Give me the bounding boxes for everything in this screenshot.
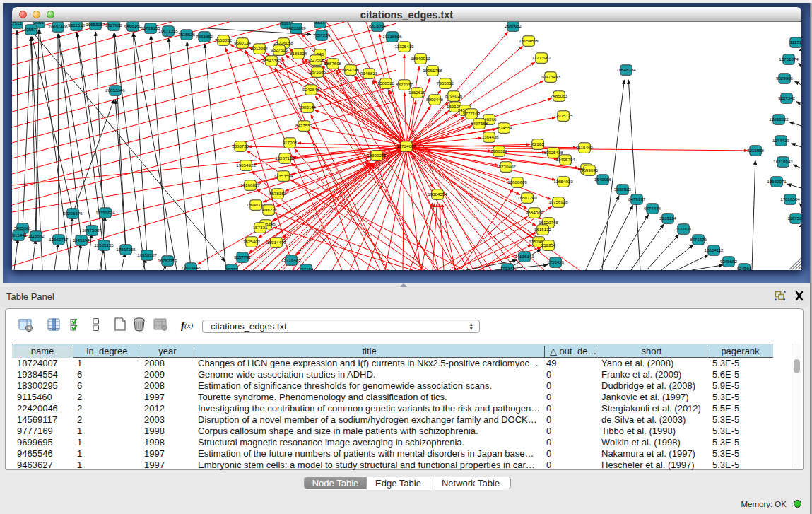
svg-text:6497568: 6497568 (471, 121, 488, 126)
svg-text:18724007: 18724007 (396, 144, 416, 148)
svg-text:16120746: 16120746 (539, 220, 558, 225)
svg-text:20691406: 20691406 (48, 24, 68, 29)
svg-text:16543382: 16543382 (261, 58, 281, 63)
svg-text:5435061: 5435061 (14, 226, 32, 230)
svg-text:(x): (x) (184, 321, 194, 330)
svg-text:13267130: 13267130 (275, 156, 295, 160)
svg-text:1498222: 1498222 (260, 207, 278, 212)
svg-text:17359924: 17359924 (95, 210, 115, 215)
svg-text:1527602: 1527602 (105, 23, 123, 28)
svg-text:7632621: 7632621 (675, 226, 693, 231)
svg-text:3915441: 3915441 (12, 233, 28, 238)
svg-text:10653287: 10653287 (86, 22, 105, 27)
svg-text:19218506: 19218506 (382, 34, 402, 39)
svg-text:9660124: 9660124 (234, 40, 252, 45)
svg-text:252254: 252254 (541, 243, 556, 247)
svg-text:9474444: 9474444 (644, 206, 661, 211)
svg-text:9115460: 9115460 (576, 145, 593, 150)
svg-text:20206576: 20206576 (63, 211, 83, 216)
svg-text:9327508: 9327508 (307, 57, 325, 62)
svg-text:8471676: 8471676 (690, 237, 707, 242)
svg-text:10648784: 10648784 (616, 67, 636, 72)
svg-text:18300295: 18300295 (367, 153, 387, 158)
svg-text:10961758: 10961758 (423, 68, 442, 73)
svg-text:10671355: 10671355 (158, 28, 178, 33)
svg-text:1640956: 1640956 (594, 177, 612, 182)
svg-text:16154808: 16154808 (519, 38, 539, 43)
svg-text:19384554: 19384554 (428, 192, 447, 197)
svg-text:9361518: 9361518 (68, 23, 86, 28)
svg-text:16782759: 16782759 (158, 258, 177, 263)
svg-text:6794028: 6794028 (445, 93, 463, 98)
svg-text:12093822: 12093822 (769, 117, 789, 122)
svg-text:21364436: 21364436 (479, 134, 499, 139)
svg-text:9699695: 9699695 (581, 168, 599, 173)
svg-text:171341: 171341 (500, 266, 515, 270)
svg-text:7955812: 7955812 (437, 81, 454, 86)
svg-text:2867608: 2867608 (324, 61, 342, 66)
svg-text:157331: 157331 (253, 225, 268, 230)
svg-text:1115682: 1115682 (28, 233, 45, 238)
svg-text:14136141: 14136141 (514, 254, 534, 259)
svg-text:9329966: 9329966 (776, 76, 794, 81)
svg-text:7986322: 7986322 (490, 148, 508, 153)
svg-text:2803144: 2803144 (299, 105, 317, 110)
svg-text:19654923: 19654923 (236, 163, 256, 168)
svg-text:15751074: 15751074 (779, 57, 799, 62)
svg-text:1733426: 1733426 (547, 259, 565, 264)
svg-text:917006: 917006 (283, 140, 298, 145)
svg-text:5938923: 5938923 (614, 187, 632, 192)
svg-text:8454749: 8454749 (342, 67, 360, 72)
svg-text:924561: 924561 (737, 266, 752, 270)
svg-text:9657791: 9657791 (234, 255, 252, 259)
svg-text:6466160: 6466160 (124, 23, 142, 28)
svg-text:96577: 96577 (225, 267, 238, 270)
svg-text:7515: 7515 (12, 22, 22, 25)
svg-text:19756928: 19756928 (548, 199, 568, 204)
svg-text:8427552: 8427552 (295, 123, 313, 128)
svg-text:10719155: 10719155 (141, 25, 160, 30)
svg-text:1588520: 1588520 (377, 81, 395, 86)
svg-text:30975887: 30975887 (82, 228, 102, 233)
svg-text:15720407: 15720407 (496, 164, 516, 169)
svg-text:157164: 157164 (299, 267, 314, 270)
svg-text:10654112: 10654112 (704, 247, 724, 252)
svg-text:13654923: 13654923 (553, 179, 573, 184)
svg-text:16210643: 16210643 (773, 159, 793, 164)
svg-text:11171: 11171 (790, 40, 801, 45)
svg-text:15716485: 15716485 (281, 257, 301, 262)
svg-text:1362615: 1362615 (408, 90, 426, 95)
svg-text:12505135: 12505135 (94, 243, 114, 247)
svg-text:16033809: 16033809 (286, 25, 306, 30)
svg-text:1244419: 1244419 (772, 138, 790, 143)
svg-text:7625402: 7625402 (243, 239, 261, 244)
svg-text:3624554: 3624554 (495, 125, 513, 130)
svg-text:10688609: 10688609 (507, 180, 527, 185)
svg-text:8678352: 8678352 (269, 191, 287, 196)
svg-text:62160: 62160 (531, 141, 544, 146)
svg-text:17957255: 17957255 (116, 247, 136, 252)
svg-text:7663822: 7663822 (215, 37, 233, 42)
svg-text:19166827: 19166827 (240, 182, 260, 187)
svg-text:9777169: 9777169 (463, 111, 481, 116)
svg-text:8990448: 8990448 (426, 97, 444, 102)
svg-text:1086733: 1086733 (232, 144, 249, 148)
svg-text:9245652: 9245652 (720, 259, 738, 264)
svg-text:7357224: 7357224 (313, 33, 331, 37)
svg-text:1145194: 1145194 (73, 238, 90, 243)
svg-text:12213967: 12213967 (531, 55, 551, 60)
svg-text:10973493: 10973493 (541, 74, 560, 79)
svg-text:6479197: 6479197 (628, 197, 646, 201)
svg-text:20053346: 20053346 (105, 88, 125, 93)
svg-text:18807249: 18807249 (517, 195, 537, 200)
svg-text:9227342: 9227342 (778, 95, 796, 100)
svg-text:2687682: 2687682 (505, 23, 522, 28)
svg-text:10025438: 10025438 (543, 150, 563, 155)
svg-text:8813: 8813 (315, 22, 325, 25)
svg-text:3875685: 3875685 (309, 69, 326, 74)
svg-text:16914479: 16914479 (266, 240, 286, 245)
svg-text:7485063: 7485063 (551, 93, 568, 98)
svg-text:12353594: 12353594 (273, 173, 293, 178)
svg-text:8912954: 8912954 (251, 46, 269, 51)
svg-text:10958107: 10958107 (137, 252, 157, 257)
